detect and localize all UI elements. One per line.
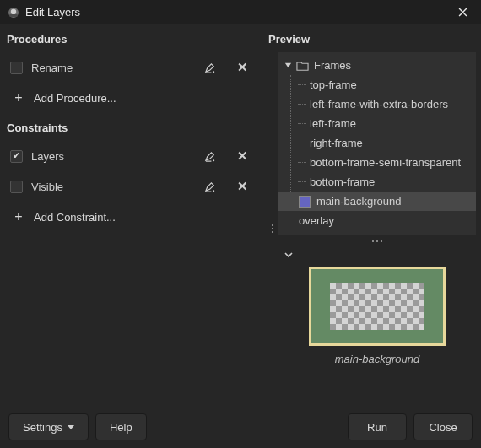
settings-button[interactable]: Settings	[8, 413, 89, 440]
tree-layer-label: main-background	[316, 195, 401, 208]
tree-group-label: Frames	[314, 59, 351, 72]
constraint-checkbox[interactable]	[10, 150, 23, 163]
svg-rect-2	[9, 14, 18, 17]
tree-leaf[interactable]: top-frame	[298, 75, 476, 94]
procedure-label: Rename	[31, 62, 194, 74]
svg-point-3	[213, 71, 214, 73]
svg-point-1	[11, 8, 16, 13]
tree-leaf[interactable]: left-frame-with-extra-borders	[298, 94, 476, 114]
checker-pattern	[330, 283, 424, 330]
window-close-button[interactable]	[444, 0, 481, 24]
constraint-row: Visible ✕	[5, 171, 260, 202]
add-procedure-label: Add Procedure...	[34, 92, 116, 105]
procedure-row: Rename ✕	[5, 52, 260, 83]
procedures-heading: Procedures	[5, 28, 260, 52]
run-button[interactable]: Run	[348, 413, 407, 440]
tree-leaf[interactable]: left-frame	[298, 114, 476, 133]
remove-icon[interactable]: ✕	[226, 54, 258, 81]
svg-point-5	[213, 190, 214, 192]
window-title: Edit Layers	[25, 6, 444, 19]
tree-layer-label: overlay	[299, 214, 334, 227]
constraint-label: Visible	[31, 181, 194, 193]
procedure-checkbox[interactable]	[10, 62, 23, 74]
chevron-down-icon[interactable]	[284, 250, 294, 260]
preview-thumbnail	[309, 267, 446, 346]
tree-leaf[interactable]: right-frame	[298, 133, 476, 153]
constraint-checkbox[interactable]	[10, 181, 23, 193]
close-button[interactable]: Close	[413, 413, 473, 440]
plus-icon: +	[12, 210, 25, 224]
drag-handle-icon[interactable]	[267, 221, 278, 233]
edit-icon[interactable]	[194, 143, 226, 170]
right-column: Preview Frames top-frame left-frame-with…	[265, 28, 476, 402]
folder-icon	[296, 60, 309, 72]
remove-icon[interactable]: ✕	[226, 143, 258, 170]
edit-icon[interactable]	[194, 173, 226, 200]
layer-tree: Frames top-frame left-frame-with-extra-b…	[278, 52, 476, 235]
content: Procedures Rename ✕ + Add Procedure... C…	[0, 24, 481, 406]
add-procedure-button[interactable]: + Add Procedure...	[5, 83, 260, 113]
help-button[interactable]: Help	[95, 413, 147, 440]
layer-thumb-icon	[299, 196, 311, 208]
collapse-icon[interactable]	[284, 61, 293, 70]
tree-leaf[interactable]: bottom-frame	[298, 172, 476, 192]
remove-icon[interactable]: ✕	[226, 173, 258, 200]
constraint-label: Layers	[31, 150, 194, 163]
tree-leaf[interactable]: bottom-frame-semi-transparent	[298, 153, 476, 172]
left-column: Procedures Rename ✕ + Add Procedure... C…	[5, 28, 265, 402]
tree-group[interactable]: Frames	[278, 56, 476, 75]
app-icon	[7, 6, 20, 19]
add-constraint-label: Add Constraint...	[34, 211, 116, 224]
tree-layer-selected[interactable]: main-background	[278, 192, 476, 211]
preview-caption: main-background	[278, 353, 476, 365]
edit-icon[interactable]	[194, 54, 226, 81]
constraint-row: Layers ✕	[5, 141, 260, 171]
drag-handle-icon[interactable]	[278, 235, 476, 244]
preview-heading: Preview	[267, 28, 476, 52]
preview-area: main-background	[278, 246, 476, 365]
tree-layer[interactable]: overlay	[278, 211, 476, 230]
add-constraint-button[interactable]: + Add Constraint...	[5, 202, 260, 232]
bottom-bar: Settings Help Run Close	[0, 406, 481, 448]
svg-point-4	[213, 159, 214, 161]
constraints-heading: Constraints	[5, 113, 260, 141]
titlebar: Edit Layers	[0, 0, 481, 24]
plus-icon: +	[12, 91, 25, 105]
